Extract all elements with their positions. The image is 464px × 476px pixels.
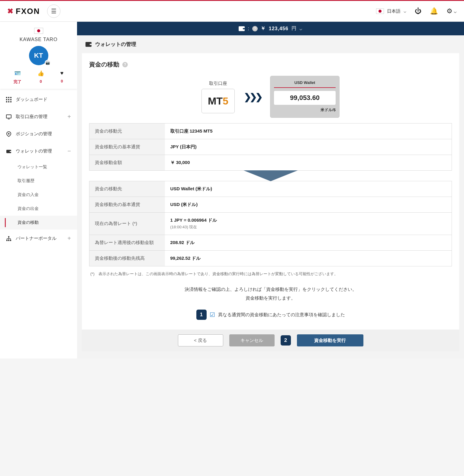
nav-wallet-withdraw[interactable]: 資金の出金 <box>0 202 77 216</box>
rate-value: 1 JPY = 0.006964 ドル <box>170 217 217 223</box>
nav-partner[interactable]: パートナーポータル + <box>0 230 77 247</box>
minus-icon: − <box>67 148 71 155</box>
language-selector[interactable]: 日本語 ⌵ <box>376 8 406 14</box>
arrow-right-icon: ❯❯❯ <box>244 92 261 102</box>
stat-value: 0 <box>40 79 42 84</box>
row-label: 資金移動先の基本通貨 <box>89 197 165 213</box>
nav-label: 取引口座の管理 <box>16 114 47 120</box>
row-label: 現在の為替レート (*) <box>89 213 165 235</box>
help-icon[interactable]: ? <box>122 62 128 67</box>
menu-toggle-button[interactable]: ☰ <box>47 5 60 18</box>
nav-accounts[interactable]: 取引口座の管理 + <box>0 108 77 126</box>
table-row: 為替レート適用後の移動金額 208.92 ドル <box>89 235 452 251</box>
table-row: 資金の移動元 取引口座 12345 MT5 <box>89 124 452 139</box>
svg-rect-26 <box>90 44 92 45</box>
monitor-icon <box>6 114 11 120</box>
svg-rect-24 <box>243 28 245 29</box>
confirm-line-2: 資金移動を実行します。 <box>89 294 452 303</box>
balance-amount: 123,456 <box>269 26 288 31</box>
chevron-down-icon: ⌵ <box>404 8 406 14</box>
destination-info-table: 資金の移動先 USD Wallet (米ドル) 資金移動先の基本通貨 USD (… <box>89 181 452 266</box>
stat-label: 完了 <box>14 79 21 85</box>
balance-bar[interactable]: : ? ￥ 123,456 円 ⌵ <box>77 22 464 35</box>
table-row: 現在の為替レート (*) 1 JPY = 0.006964 ドル (18:00:… <box>89 213 452 235</box>
checkbox-checked-icon[interactable]: ☑ <box>210 311 215 318</box>
step-1-badge: 1 <box>196 310 207 320</box>
table-row: 資金移動後の移動先残高 99,262.52 ドル <box>89 251 452 266</box>
power-icon[interactable]: ⏻ <box>415 7 421 15</box>
source-info-table: 資金の移動元 取引口座 12345 MT5 資金移動元の基本通貨 JPY (日本… <box>89 123 452 171</box>
language-label: 日本語 <box>387 8 401 14</box>
stat-value: 0 <box>61 79 63 83</box>
source-box: 取引口座 MT5 <box>201 81 235 113</box>
wallet-icon <box>85 42 92 47</box>
arrow-down-icon <box>89 170 452 181</box>
destination-card: USD Wallet 99,053.60 米ドル/$ <box>270 76 340 118</box>
footnote: (*) 表示された為替レートは、この画面表示時の為替レートであり、資金移動の実行… <box>90 271 451 277</box>
stat-verified[interactable]: 🪪 完了 <box>14 70 21 85</box>
destination-title: USD Wallet <box>274 79 336 88</box>
back-button[interactable]: < 戻る <box>178 334 223 346</box>
table-row: 資金移動元の基本通貨 JPY (日本円) <box>89 139 452 155</box>
colon: : <box>248 26 249 31</box>
confirm-text: 決済情報をご確認の上、よろしければ「資金移動を実行」をクリックしてください。 資… <box>89 285 452 302</box>
check-row: 1 ☑ 異なる通貨間の資金移動にあたっての注意事項を確認しました <box>89 310 452 320</box>
nav-wallet[interactable]: ウォレットの管理 − <box>0 142 77 160</box>
nav-positions[interactable]: ポジションの管理 <box>0 126 77 142</box>
japan-flag-icon <box>34 28 43 34</box>
svg-rect-0 <box>6 97 7 98</box>
button-bar: < 戻る キャンセル 2 資金移動を実行 <box>82 330 459 351</box>
nav-wallet-deposit[interactable]: 資金の入金 <box>0 188 77 202</box>
transfer-visual: 取引口座 MT5 ❯❯❯ USD Wallet 99,053.60 米ドル/$ <box>89 76 452 118</box>
stat-favorites[interactable]: ♥ 0 <box>60 70 64 85</box>
cancel-button[interactable]: キャンセル <box>229 334 275 346</box>
gear-icon: ⚙ <box>446 7 453 15</box>
nav-wallet-transfer[interactable]: 資金の移動 <box>0 216 77 230</box>
help-icon: ? <box>252 26 258 31</box>
header-right: 日本語 ⌵ ⏻ 🔔 ⚙ ⌵ <box>376 7 457 15</box>
nav-label: ポジションの管理 <box>16 131 52 137</box>
profile-stats: 🪪 完了 👍 0 ♥ 0 <box>0 70 77 85</box>
rate-time: (18:00:43) 現在 <box>170 224 446 230</box>
nav-label: ダッシュボード <box>16 97 47 102</box>
brand-text: FXON <box>16 7 40 16</box>
settings-dropdown[interactable]: ⚙ ⌵ <box>446 7 457 15</box>
nav-label: パートナーポータル <box>16 236 56 241</box>
balance-symbol: ￥ <box>261 25 266 32</box>
table-row: 資金移動先の基本通貨 USD (米ドル) <box>89 197 452 213</box>
row-value: USD Wallet (米ドル) <box>165 181 452 197</box>
plus-icon: + <box>67 235 71 242</box>
row-label: 資金移動元の基本通貨 <box>89 139 165 155</box>
table-row: 資金移動金額 ￥ 30,000 <box>89 155 452 171</box>
row-value: JPY (日本円) <box>165 139 452 155</box>
table-row: 資金の移動先 USD Wallet (米ドル) <box>89 181 452 197</box>
grid-icon <box>6 97 11 102</box>
layout: KAWASE TARO KT 📷 🪪 完了 👍 0 ♥ 0 <box>0 22 464 359</box>
pin-icon <box>6 131 11 137</box>
nav-label: ウォレットの管理 <box>16 148 52 154</box>
svg-marker-27 <box>243 170 298 181</box>
svg-rect-7 <box>8 101 9 102</box>
tree-icon <box>6 236 11 241</box>
profile-card: KAWASE TARO KT 📷 🪪 完了 👍 0 ♥ 0 <box>0 22 77 89</box>
header-left: ✖ FXON ☰ <box>7 5 60 18</box>
nav-wallet-list[interactable]: ウォレット一覧 <box>0 160 77 174</box>
row-label: 資金の移動先 <box>89 181 165 197</box>
execute-button[interactable]: 資金移動を実行 <box>297 334 363 346</box>
breadcrumb-label: ウォレットの管理 <box>95 41 136 48</box>
svg-rect-17 <box>10 240 11 241</box>
heart-icon: ♥ <box>60 70 64 76</box>
stat-likes[interactable]: 👍 0 <box>37 70 44 85</box>
row-label: 為替レート適用後の移動金額 <box>89 235 165 251</box>
nav-wallet-history[interactable]: 取引履歴 <box>0 174 77 188</box>
row-value: 1 JPY = 0.006964 ドル (18:00:43) 現在 <box>165 213 452 235</box>
camera-icon[interactable]: 📷 <box>45 60 51 66</box>
nav-dashboard[interactable]: ダッシュボード <box>0 91 77 108</box>
bell-icon[interactable]: 🔔 <box>430 7 438 15</box>
svg-rect-15 <box>6 240 8 241</box>
svg-rect-1 <box>8 97 9 98</box>
platform-badge: MT5 <box>201 89 235 113</box>
main-content: : ? ￥ 123,456 円 ⌵ ウォレットの管理 資金の移動 ? 取引口座 … <box>77 22 464 359</box>
brand-logo[interactable]: ✖ FXON <box>7 7 40 16</box>
sidebar: KAWASE TARO KT 📷 🪪 完了 👍 0 ♥ 0 <box>0 22 77 359</box>
